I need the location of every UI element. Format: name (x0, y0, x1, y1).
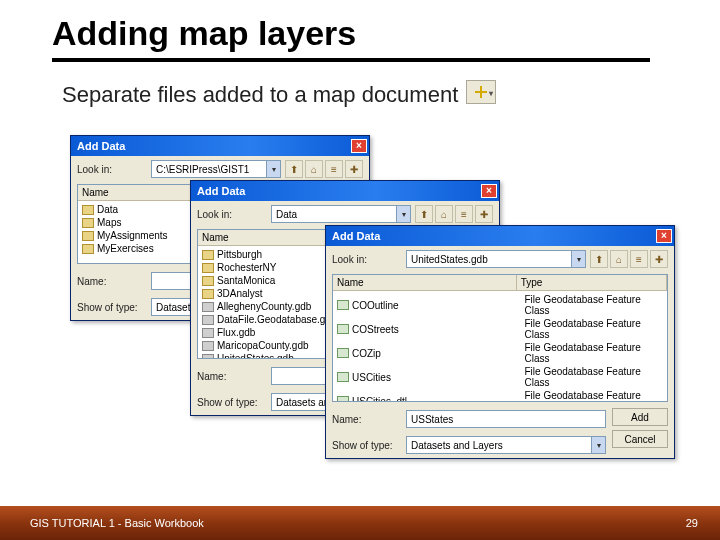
item-type: File Geodatabase Feature Class (525, 390, 663, 402)
new-folder-icon[interactable]: ✚ (650, 250, 668, 268)
close-button[interactable]: × (481, 184, 497, 198)
geodatabase-icon (202, 315, 214, 325)
geodatabase-icon (202, 328, 214, 338)
folder-icon (82, 205, 94, 215)
chevron-down-icon: ▾ (571, 251, 585, 267)
item-type: File Geodatabase Feature Class (525, 366, 663, 388)
footer-left: GIS TUTORIAL 1 - Basic Workbook (30, 517, 204, 529)
list-header: Name Type (333, 275, 667, 291)
list-item[interactable]: COStreetsFile Geodatabase Feature Class (333, 317, 667, 341)
feature-class-icon (337, 300, 349, 310)
chevron-down-icon: ▾ (591, 437, 605, 453)
lookin-row: Look in: C:\ESRIPress\GIST1 ▾ ⬆ ⌂ ≡ ✚ (71, 156, 369, 182)
item-name: COOutline (352, 300, 522, 311)
close-icon: × (661, 231, 667, 241)
close-button[interactable]: × (351, 139, 367, 153)
page-title: Adding map layers (52, 14, 356, 53)
item-name: USCities (352, 372, 522, 383)
lookin-value: C:\ESRIPress\GIST1 (156, 164, 249, 175)
feature-class-icon (337, 396, 349, 402)
home-icon[interactable]: ⌂ (435, 205, 453, 223)
home-icon[interactable]: ⌂ (305, 160, 323, 178)
folder-icon (202, 276, 214, 286)
lookin-dropdown[interactable]: UnitedStates.gdb ▾ (406, 250, 586, 268)
lookin-label: Look in: (332, 254, 402, 265)
footer-bar: GIS TUTORIAL 1 - Basic Workbook 29 (0, 506, 720, 540)
list-item[interactable]: COZipFile Geodatabase Feature Class (333, 341, 667, 365)
showtype-label: Show of type: (332, 440, 402, 451)
up-folder-icon[interactable]: ⬆ (590, 250, 608, 268)
dialog-titlebar[interactable]: Add Data × (326, 226, 674, 246)
slide: Adding map layers Separate files added t… (0, 0, 720, 540)
new-folder-icon[interactable]: ✚ (475, 205, 493, 223)
feature-class-icon (337, 372, 349, 382)
dialog-title: Add Data (77, 140, 125, 152)
col-name[interactable]: Name (333, 275, 517, 290)
showtype-dropdown[interactable]: Datasets and Layers ▾ (406, 436, 606, 454)
feature-class-icon (337, 348, 349, 358)
cancel-button[interactable]: Cancel (612, 430, 668, 448)
col-type[interactable]: Type (517, 275, 667, 290)
list-item[interactable]: COOutlineFile Geodatabase Feature Class (333, 293, 667, 317)
file-list[interactable]: Name Type COOutlineFile Geodatabase Feat… (332, 274, 668, 402)
folder-icon (202, 263, 214, 273)
name-input[interactable]: USStates (406, 410, 606, 428)
new-folder-icon[interactable]: ✚ (345, 160, 363, 178)
close-icon: × (356, 141, 362, 151)
item-name: COStreets (352, 324, 522, 335)
add-button[interactable]: Add (612, 408, 668, 426)
showtype-value: Datasets and Layers (411, 440, 503, 451)
list-view-icon[interactable]: ≡ (455, 205, 473, 223)
name-label: Name: (77, 276, 147, 287)
lookin-dropdown[interactable]: Data ▾ (271, 205, 411, 223)
dialog-titlebar[interactable]: Add Data × (71, 136, 369, 156)
page-number: 29 (686, 517, 698, 529)
lookin-label: Look in: (197, 209, 267, 220)
list-item[interactable]: USCitiesFile Geodatabase Feature Class (333, 365, 667, 389)
home-icon[interactable]: ⌂ (610, 250, 628, 268)
toolbar-icons: ⬆ ⌂ ≡ ✚ (285, 160, 363, 178)
dialog-titlebar[interactable]: Add Data × (191, 181, 499, 201)
item-type: File Geodatabase Feature Class (525, 294, 663, 316)
folder-icon (82, 231, 94, 241)
geodatabase-icon (202, 354, 214, 360)
toolbar-icons: ⬆ ⌂ ≡ ✚ (415, 205, 493, 223)
item-type: File Geodatabase Feature Class (525, 342, 663, 364)
geodatabase-icon (202, 341, 214, 351)
item-type: File Geodatabase Feature Class (525, 318, 663, 340)
list-view-icon[interactable]: ≡ (325, 160, 343, 178)
lookin-dropdown[interactable]: C:\ESRIPress\GIST1 ▾ (151, 160, 281, 178)
title-underline (52, 58, 650, 62)
lookin-label: Look in: (77, 164, 147, 175)
showtype-label: Show of type: (197, 397, 267, 408)
toolbar-icons: ⬆ ⌂ ≡ ✚ (590, 250, 668, 268)
folder-icon (202, 250, 214, 260)
up-folder-icon[interactable]: ⬆ (285, 160, 303, 178)
dialog-title: Add Data (197, 185, 245, 197)
list-view-icon[interactable]: ≡ (630, 250, 648, 268)
name-label: Name: (197, 371, 267, 382)
dialog-buttons: Add Cancel (612, 406, 674, 458)
add-data-toolbar-icon[interactable] (466, 80, 496, 104)
showtype-label: Show of type: (77, 302, 147, 313)
name-label: Name: (332, 414, 402, 425)
item-name: USCities_dtl (352, 396, 522, 403)
geodatabase-icon (202, 302, 214, 312)
lookin-value: UnitedStates.gdb (411, 254, 488, 265)
feature-class-icon (337, 324, 349, 334)
close-button[interactable]: × (656, 229, 672, 243)
name-value: USStates (411, 414, 453, 425)
add-data-dialog-3: Add Data × Look in: UnitedStates.gdb ▾ ⬆… (325, 225, 675, 459)
chevron-down-icon: ▾ (266, 161, 280, 177)
folder-icon (82, 244, 94, 254)
list-item[interactable]: USCities_dtlFile Geodatabase Feature Cla… (333, 389, 667, 402)
up-folder-icon[interactable]: ⬆ (415, 205, 433, 223)
item-name: COZip (352, 348, 522, 359)
plus-icon (475, 86, 487, 98)
close-icon: × (486, 186, 492, 196)
dialog-title: Add Data (332, 230, 380, 242)
folder-icon (82, 218, 94, 228)
chevron-down-icon: ▾ (396, 206, 410, 222)
subtitle-text: Separate files added to a map document (62, 82, 458, 108)
lookin-value: Data (276, 209, 297, 220)
